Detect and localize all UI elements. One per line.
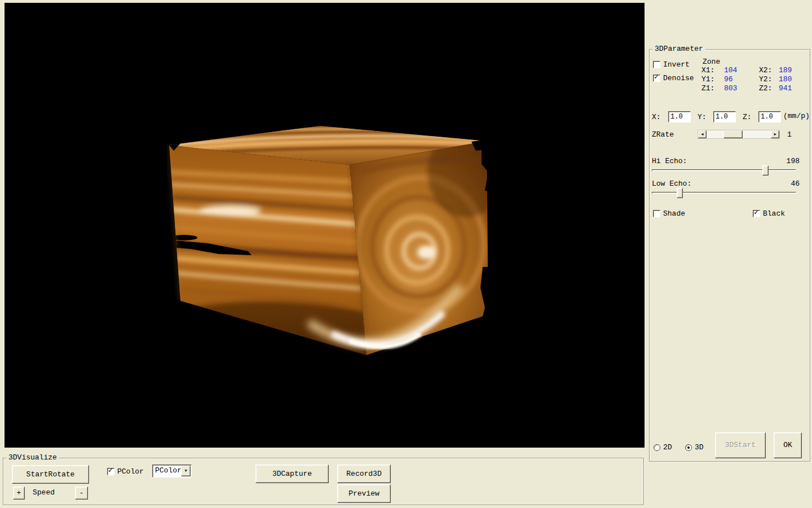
parameter-panel: 3DParameter Invert Denoise Zone X1: 104 … — [649, 49, 810, 462]
zone-label: Zone — [703, 58, 720, 66]
mode-3d-radio[interactable]: 3D — [685, 443, 704, 452]
low-echo-value: 46 — [791, 180, 800, 188]
start-rotate-button[interactable]: StartRotate — [12, 465, 89, 484]
hi-echo-slider-thumb[interactable] — [762, 165, 769, 176]
zrate-scroll-right-button[interactable]: ► — [771, 130, 779, 138]
shade-label: Shade — [663, 210, 685, 218]
ok-button[interactable]: OK — [774, 432, 802, 458]
speed-minus-button[interactable]: - — [75, 487, 88, 500]
zone-x2-value: 189 — [779, 67, 792, 75]
denoise-label: Denoise — [663, 75, 694, 82]
arrow-left-icon: ◄ — [701, 133, 703, 137]
visualize-panel: 3DVisualize StartRotate PColor PColor ▼ … — [3, 458, 644, 505]
zrate-label: ZRate — [652, 131, 674, 139]
zrate-scrollbar[interactable]: ◄ ► — [698, 130, 780, 139]
invert-label: Invert — [663, 61, 690, 69]
low-echo-label: Low Echo: — [652, 180, 691, 188]
pcolor-dropdown-button[interactable]: ▼ — [181, 466, 191, 476]
mode-2d-radio-button[interactable] — [654, 444, 660, 451]
scale-z-label: Z: — [743, 113, 752, 121]
3d-viewport[interactable] — [5, 3, 645, 448]
shade-checkbox[interactable]: Shade — [653, 209, 685, 218]
mode-3d-label: 3D — [695, 444, 704, 452]
shade-checkbox-box[interactable] — [653, 210, 660, 217]
denoise-checkbox-box[interactable] — [653, 75, 660, 82]
low-echo-slider-thumb[interactable] — [677, 188, 683, 198]
mode-2d-label: 2D — [663, 444, 672, 452]
visualize-panel-title: 3DVisualize — [6, 454, 59, 462]
pcolor-checkbox-box[interactable] — [107, 468, 114, 475]
zrate-scroll-thumb[interactable] — [723, 130, 743, 138]
scale-z-input[interactable] — [758, 111, 781, 122]
3dcapture-button[interactable]: 3DCapture — [255, 465, 329, 483]
parameter-panel-title: 3DParameter — [652, 45, 705, 53]
pcolor-dropdown[interactable]: PColor ▼ — [152, 465, 192, 478]
zone-y1-label: Y1: — [701, 76, 714, 84]
record3d-button[interactable]: Record3D — [337, 465, 391, 483]
pcolor-checkbox[interactable]: PColor — [107, 467, 144, 476]
speed-label: Speed — [33, 489, 55, 497]
scale-x-input[interactable] — [668, 111, 691, 122]
black-checkbox[interactable]: Black — [753, 209, 785, 218]
denoise-checkbox[interactable]: Denoise — [653, 74, 694, 82]
volume-render — [5, 3, 645, 448]
zone-y1-value: 96 — [724, 76, 733, 84]
zone-x2-label: X2: — [759, 67, 772, 75]
low-echo-slider-track[interactable] — [652, 192, 796, 194]
invert-checkbox-box[interactable] — [653, 61, 660, 68]
scale-unit-label: (mm/p) — [783, 112, 810, 120]
invert-checkbox[interactable]: Invert — [653, 60, 690, 69]
zone-z1-label: Z1: — [701, 85, 714, 93]
chevron-down-icon: ▼ — [184, 469, 187, 473]
scale-x-label: X: — [652, 113, 661, 121]
mode-3d-radio-button[interactable] — [685, 444, 692, 451]
scale-y-label: Y: — [698, 113, 707, 121]
speed-plus-button[interactable]: + — [13, 487, 25, 500]
zrate-value: 1 — [787, 131, 792, 139]
zone-z2-label: Z2: — [759, 85, 772, 93]
pcolor-dropdown-value: PColor — [155, 467, 182, 475]
hi-echo-slider-track[interactable] — [652, 169, 796, 171]
zrate-scroll-track[interactable] — [707, 130, 771, 138]
arrow-right-icon: ► — [774, 133, 776, 137]
mode-2d-radio[interactable]: 2D — [654, 443, 672, 452]
preview-button[interactable]: Preview — [337, 484, 391, 503]
scale-y-input[interactable] — [713, 111, 736, 122]
pcolor-label: PColor — [117, 468, 144, 476]
low-echo-slider[interactable] — [652, 188, 796, 198]
zone-y2-value: 180 — [779, 76, 792, 84]
3dstart-button[interactable]: 3DStart — [715, 432, 766, 458]
zone-z2-value: 941 — [779, 85, 792, 93]
black-label: Black — [763, 210, 785, 218]
zone-z1-value: 803 — [724, 85, 737, 93]
hi-echo-slider[interactable] — [652, 165, 796, 176]
zone-x1-label: X1: — [701, 67, 714, 75]
zrate-scroll-left-button[interactable]: ◄ — [698, 130, 707, 138]
black-checkbox-box[interactable] — [753, 210, 760, 217]
hi-echo-label: Hi Echo: — [652, 157, 687, 165]
hi-echo-value: 198 — [787, 157, 800, 165]
zone-x1-value: 104 — [724, 67, 737, 75]
zone-y2-label: Y2: — [759, 76, 772, 84]
